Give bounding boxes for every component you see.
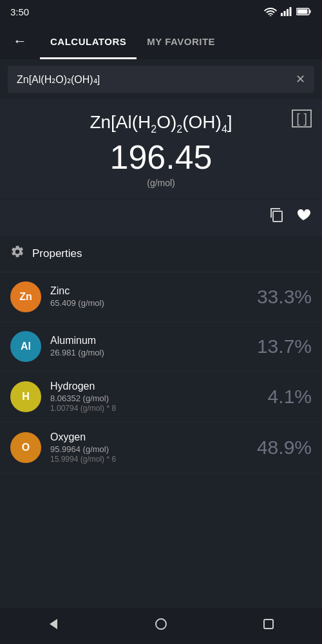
- battery-icon: [296, 8, 312, 15]
- gear-icon: [10, 245, 24, 263]
- recents-nav-icon[interactable]: [262, 618, 275, 634]
- element-badge: Al: [10, 331, 41, 362]
- element-mass: 95.9964 (g/mol): [50, 444, 248, 454]
- formula-display: Zn[Al(H2O)2(OH)4]: [13, 112, 309, 135]
- copy-button[interactable]: [268, 206, 285, 227]
- back-button[interactable]: ←: [10, 30, 30, 52]
- element-mass: 65.409 (g/mol): [50, 298, 248, 308]
- element-symbol: Zn: [19, 291, 32, 303]
- svg-rect-11: [264, 620, 273, 629]
- element-row: Zn Zinc 65.409 (g/mol) 33.3%: [0, 272, 322, 322]
- top-nav: ← CALCULATORS MY FAVORITE: [0, 23, 322, 59]
- element-info: Oxygen 95.9964 (g/mol) 15.9994 (g/mol) *…: [50, 431, 248, 464]
- bottom-nav: [0, 608, 322, 644]
- element-name: Hydrogen: [50, 381, 259, 392]
- nav-tabs: CALCULATORS MY FAVORITE: [40, 23, 312, 59]
- svg-rect-6: [310, 10, 311, 14]
- svg-rect-4: [290, 7, 292, 16]
- action-row: [0, 200, 322, 236]
- svg-rect-3: [287, 9, 289, 16]
- element-detail: 15.9994 (g/mol) * 6: [50, 455, 248, 464]
- signal-icon: [281, 7, 292, 16]
- favorite-button[interactable]: [295, 206, 312, 227]
- svg-rect-1: [281, 13, 283, 16]
- element-detail: 1.00794 (g/mol) * 8: [50, 404, 259, 413]
- element-percent: 13.7%: [257, 336, 312, 357]
- svg-point-10: [156, 619, 166, 629]
- back-nav-icon[interactable]: [47, 618, 60, 634]
- element-name: Aluminum: [50, 335, 248, 346]
- element-symbol: H: [22, 391, 30, 402]
- wifi-icon: [264, 7, 277, 16]
- search-bar: Zn[Al(H₂O)₂(OH)₄] ✕: [8, 66, 314, 93]
- element-percent: 48.9%: [257, 437, 312, 459]
- element-symbol: Al: [21, 341, 31, 352]
- element-mass: 8.06352 (g/mol): [50, 393, 259, 403]
- svg-rect-7: [298, 10, 308, 14]
- properties-label: Properties: [32, 247, 82, 260]
- element-badge: Zn: [10, 281, 41, 312]
- svg-rect-8: [273, 211, 282, 222]
- molar-mass-value: 196.45: [13, 140, 309, 174]
- element-info: Zinc 65.409 (g/mol): [50, 285, 248, 308]
- svg-rect-2: [284, 11, 286, 16]
- bracket-button[interactable]: [ ]: [292, 109, 312, 128]
- element-name: Zinc: [50, 285, 248, 297]
- element-mass: 26.981 (g/mol): [50, 348, 248, 357]
- tab-my-favorite[interactable]: MY FAVORITE: [137, 23, 225, 59]
- status-bar: 3:50: [0, 0, 322, 23]
- element-percent: 4.1%: [268, 386, 312, 408]
- home-nav-icon[interactable]: [155, 618, 167, 634]
- element-info: Hydrogen 8.06352 (g/mol) 1.00794 (g/mol)…: [50, 381, 259, 413]
- molar-mass-unit: (g/mol): [13, 178, 309, 188]
- element-row: H Hydrogen 8.06352 (g/mol) 1.00794 (g/mo…: [0, 372, 322, 422]
- tab-calculators[interactable]: CALCULATORS: [40, 23, 137, 59]
- formula-card: [ ] Zn[Al(H2O)2(OH)4] 196.45 (g/mol): [0, 99, 322, 198]
- search-value: Zn[Al(H₂O)₂(OH)₄]: [17, 73, 296, 86]
- element-badge: H: [10, 381, 41, 412]
- element-row: Al Aluminum 26.981 (g/mol) 13.7%: [0, 322, 322, 372]
- svg-marker-9: [50, 619, 57, 629]
- svg-point-0: [270, 15, 272, 17]
- element-badge: O: [10, 432, 41, 463]
- properties-header: Properties: [0, 236, 322, 272]
- element-symbol: O: [22, 442, 30, 453]
- element-row: O Oxygen 95.9964 (g/mol) 15.9994 (g/mol)…: [0, 422, 322, 473]
- element-name: Oxygen: [50, 431, 248, 443]
- element-info: Aluminum 26.981 (g/mol): [50, 335, 248, 357]
- status-icons: [264, 7, 312, 16]
- elements-list: Zn Zinc 65.409 (g/mol) 33.3% Al Aluminum…: [0, 272, 322, 473]
- element-percent: 33.3%: [257, 286, 312, 308]
- clear-button[interactable]: ✕: [296, 72, 305, 86]
- status-time: 3:50: [10, 6, 29, 17]
